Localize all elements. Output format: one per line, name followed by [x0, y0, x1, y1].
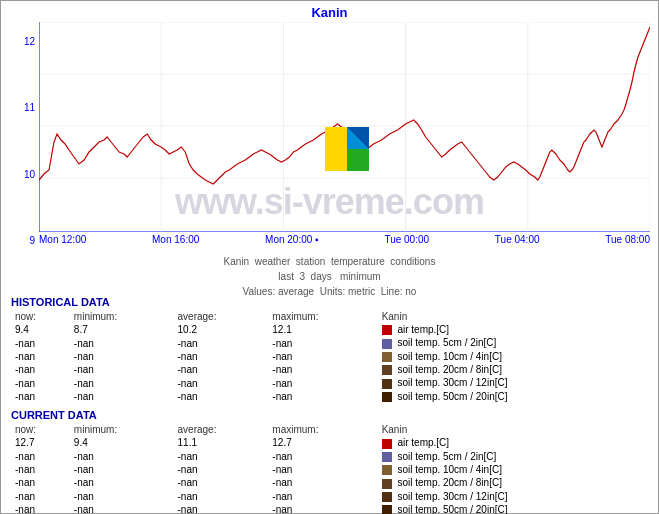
- td-now: -nan: [11, 503, 70, 514]
- y-label-9: 9: [29, 235, 35, 246]
- td-min: -nan: [70, 476, 174, 489]
- td-avg: -nan: [174, 503, 269, 514]
- td-now: 9.4: [11, 323, 70, 336]
- td-label: soil temp. 30cm / 12in[C]: [378, 376, 648, 389]
- td-label: soil temp. 50cm / 20in[C]: [378, 390, 648, 403]
- th-min-curr: minimum:: [70, 423, 174, 436]
- td-max: -nan: [268, 390, 377, 403]
- x-label-1: Mon 16:00: [152, 234, 199, 245]
- td-label: soil temp. 5cm / 2in[C]: [378, 450, 648, 463]
- td-now: -nan: [11, 336, 70, 349]
- chart-caption-2: last 3 days minimum: [1, 269, 658, 284]
- row-label: soil temp. 5cm / 2in[C]: [397, 451, 496, 462]
- td-min: 8.7: [70, 323, 174, 336]
- table-row: -nan -nan -nan -nan soil temp. 20cm / 8i…: [11, 363, 648, 376]
- td-avg: -nan: [174, 450, 269, 463]
- table-row: -nan -nan -nan -nan soil temp. 30cm / 12…: [11, 376, 648, 389]
- th-min-hist: minimum:: [70, 310, 174, 323]
- td-label: soil temp. 5cm / 2in[C]: [378, 336, 648, 349]
- color-dot: [382, 352, 392, 362]
- th-kanin-hist: Kanin: [378, 310, 648, 323]
- td-now: -nan: [11, 463, 70, 476]
- table-row: -nan -nan -nan -nan soil temp. 10cm / 4i…: [11, 350, 648, 363]
- historical-section: HISTORICAL DATA now: minimum: average: m…: [1, 292, 658, 405]
- td-label: soil temp. 10cm / 4in[C]: [378, 350, 648, 363]
- historical-header-row: now: minimum: average: maximum: Kanin: [11, 310, 648, 323]
- row-label: air temp.[C]: [397, 324, 449, 335]
- color-dot: [382, 379, 392, 389]
- row-label: soil temp. 10cm / 4in[C]: [397, 464, 501, 475]
- x-label-5: Tue 08:00: [605, 234, 650, 245]
- td-max: -nan: [268, 450, 377, 463]
- logo-box: [325, 127, 369, 171]
- x-label-2: Mon 20:00 ▪: [265, 234, 319, 245]
- td-max: -nan: [268, 363, 377, 376]
- table-row: -nan -nan -nan -nan soil temp. 10cm / 4i…: [11, 463, 648, 476]
- td-min: -nan: [70, 350, 174, 363]
- current-title: CURRENT DATA: [11, 409, 648, 421]
- td-max: -nan: [268, 350, 377, 363]
- td-avg: -nan: [174, 350, 269, 363]
- td-min: -nan: [70, 450, 174, 463]
- main-container: Kanin 12 11 10 9: [0, 0, 659, 514]
- svg-rect-13: [347, 149, 369, 171]
- color-dot: [382, 325, 392, 335]
- th-max-hist: maximum:: [268, 310, 377, 323]
- td-max: -nan: [268, 376, 377, 389]
- y-label-10: 10: [24, 169, 35, 180]
- td-now: -nan: [11, 450, 70, 463]
- td-now: -nan: [11, 490, 70, 503]
- table-row: -nan -nan -nan -nan soil temp. 50cm / 20…: [11, 390, 648, 403]
- td-label: soil temp. 50cm / 20in[C]: [378, 503, 648, 514]
- x-label-4: Tue 04:00: [495, 234, 540, 245]
- svg-rect-11: [325, 127, 347, 171]
- table-row: 12.7 9.4 11.1 12.7 air temp.[C]: [11, 436, 648, 449]
- current-table: now: minimum: average: maximum: Kanin 12…: [11, 423, 648, 514]
- td-max: -nan: [268, 503, 377, 514]
- current-section: CURRENT DATA now: minimum: average: maxi…: [1, 405, 658, 514]
- color-dot: [382, 492, 392, 502]
- td-min: -nan: [70, 363, 174, 376]
- td-max: 12.1: [268, 323, 377, 336]
- y-axis: 12 11 10 9: [1, 36, 39, 246]
- td-min: -nan: [70, 503, 174, 514]
- td-min: -nan: [70, 376, 174, 389]
- y-label-12: 12: [24, 36, 35, 47]
- table-row: -nan -nan -nan -nan soil temp. 50cm / 20…: [11, 503, 648, 514]
- td-max: -nan: [268, 476, 377, 489]
- historical-table: now: minimum: average: maximum: Kanin 9.…: [11, 310, 648, 403]
- th-avg-hist: average:: [174, 310, 269, 323]
- td-avg: -nan: [174, 463, 269, 476]
- td-avg: -nan: [174, 363, 269, 376]
- row-label: soil temp. 20cm / 8in[C]: [397, 364, 501, 375]
- row-label: soil temp. 20cm / 8in[C]: [397, 477, 501, 488]
- td-now: -nan: [11, 350, 70, 363]
- table-row: 9.4 8.7 10.2 12.1 air temp.[C]: [11, 323, 648, 336]
- td-max: -nan: [268, 336, 377, 349]
- color-dot: [382, 479, 392, 489]
- row-label: soil temp. 30cm / 12in[C]: [397, 377, 507, 388]
- th-max-curr: maximum:: [268, 423, 377, 436]
- chart-caption-1: Kanin weather station temperature condit…: [1, 254, 658, 269]
- x-label-3: Tue 00:00: [384, 234, 429, 245]
- table-row: -nan -nan -nan -nan soil temp. 20cm / 8i…: [11, 476, 648, 489]
- td-now: -nan: [11, 390, 70, 403]
- table-row: -nan -nan -nan -nan soil temp. 5cm / 2in…: [11, 450, 648, 463]
- td-max: -nan: [268, 463, 377, 476]
- th-now-hist: now:: [11, 310, 70, 323]
- td-avg: -nan: [174, 376, 269, 389]
- td-min: -nan: [70, 390, 174, 403]
- color-dot: [382, 439, 392, 449]
- td-avg: 10.2: [174, 323, 269, 336]
- td-min: 9.4: [70, 436, 174, 449]
- td-label: soil temp. 20cm / 8in[C]: [378, 363, 648, 376]
- color-dot: [382, 339, 392, 349]
- td-label: soil temp. 10cm / 4in[C]: [378, 463, 648, 476]
- table-row: -nan -nan -nan -nan soil temp. 30cm / 12…: [11, 490, 648, 503]
- th-avg-curr: average:: [174, 423, 269, 436]
- x-axis: Mon 12:00 Mon 16:00 Mon 20:00 ▪ Tue 00:0…: [39, 234, 650, 254]
- row-label: air temp.[C]: [397, 437, 449, 448]
- chart-title: Kanin: [1, 1, 658, 22]
- row-label: soil temp. 30cm / 12in[C]: [397, 491, 507, 502]
- td-label: air temp.[C]: [378, 436, 648, 449]
